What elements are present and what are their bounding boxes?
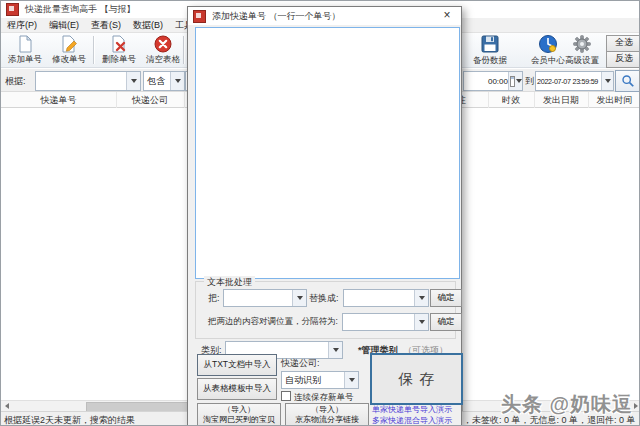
date-to-word: 到	[525, 75, 534, 88]
column-duration[interactable]: 时效	[488, 92, 535, 108]
search-button[interactable]	[615, 70, 640, 92]
swap-ok-button[interactable]: 确定	[430, 313, 462, 331]
chevron-down-icon	[419, 320, 425, 324]
import-jd-line1: （导入）	[311, 405, 343, 415]
combo-button	[414, 314, 428, 330]
chevron-down-icon	[131, 79, 137, 83]
search-icon	[621, 74, 635, 88]
watermark: 头条 @奶味逗	[501, 391, 633, 418]
add-number-button[interactable]: 添加单号	[3, 34, 47, 67]
close-icon[interactable]: ×	[433, 7, 461, 25]
menu-view[interactable]: 查看(S)	[85, 18, 127, 33]
filter-contains-combo[interactable]: 包含	[143, 71, 185, 91]
keep-saving-label: 连续保存新单号	[294, 392, 354, 402]
tracking-numbers-textarea[interactable]	[195, 27, 460, 279]
chevron-down-icon	[333, 348, 339, 352]
replace-with-label: 替换成:	[309, 292, 339, 305]
modify-number-label: 修改单号	[52, 54, 86, 66]
date-to-picker[interactable]: 2022-07-07 23:59:59	[535, 71, 614, 91]
app-icon	[6, 3, 19, 16]
date-from-value: 00:00	[464, 77, 508, 86]
date-from-picker[interactable]: 00:00	[463, 71, 523, 91]
add-numbers-dialog: 添加快递单号 （一行一个单号） × 文本批处理 把: 替换成: 确定 把两边的内…	[187, 6, 462, 426]
select-all-button[interactable]: 全选	[606, 35, 640, 52]
chevron-down-icon	[297, 296, 303, 300]
menu-edit[interactable]: 编辑(E)	[43, 18, 85, 33]
app-window: 快递批量查询高手 【与报】 程序(P) 编辑(E) 查看(S) 数据(B) 工具…	[0, 0, 640, 426]
add-number-label: 添加单号	[8, 54, 42, 66]
dialog-icon	[193, 10, 206, 23]
combo-button	[601, 72, 613, 90]
import-from-template-button[interactable]: 从表格模板中导入	[197, 378, 277, 400]
advanced-settings-label: 高级设置	[565, 55, 599, 67]
combo-button	[414, 290, 428, 306]
backup-data-label: 备份数据	[473, 55, 507, 67]
replace-target-combo[interactable]	[343, 289, 429, 307]
import-taobao-line1: （导入）	[223, 405, 255, 415]
column-tracking-number[interactable]: 快递单号	[1, 92, 117, 108]
dialog-title: 添加快递单号 （一行一个单号）	[212, 10, 341, 23]
multi-courier-demo-link[interactable]: 多家快递混合导入演示	[372, 415, 452, 426]
member-center-icon	[538, 34, 558, 54]
replace-ok-button[interactable]: 确定	[430, 289, 462, 307]
courier-value: 自动识别	[282, 374, 344, 387]
filter-contains-value: 包含	[144, 75, 170, 88]
chevron-down-icon	[516, 79, 522, 83]
gear-icon	[572, 34, 592, 54]
chevron-down-icon	[419, 296, 425, 300]
scroll-left-button[interactable]	[1, 401, 12, 411]
checkbox-icon	[281, 391, 291, 401]
calendar-icon	[510, 76, 515, 87]
separator-combo[interactable]	[342, 313, 429, 331]
combo-button	[126, 72, 140, 90]
delete-doc-icon	[110, 35, 128, 53]
column-ship-date[interactable]: 发出日期	[534, 92, 589, 108]
clear-red-x-icon	[154, 35, 172, 53]
replace-source-combo[interactable]	[223, 289, 307, 307]
combo-button	[170, 72, 184, 90]
arrow-left-icon	[5, 403, 9, 409]
combo-button	[292, 290, 306, 306]
import-taobao-line2: 淘宝网已买到的宝贝	[203, 415, 275, 425]
menu-program[interactable]: 程序(P)	[1, 18, 43, 33]
import-jd-button[interactable]: （导入） 京东物流分享链接	[285, 403, 369, 426]
status-left-text: 根据延误2天未更新，搜索的结果	[4, 414, 135, 426]
text-batch-group: 文本批处理 把: 替换成: 确定 把两边的内容对调位置，分隔符为: 确定	[195, 281, 456, 339]
single-courier-demo-link[interactable]: 单家快递单号导入演示	[372, 404, 452, 415]
chevron-down-icon	[349, 378, 355, 382]
clear-table-button[interactable]: 清空表格	[141, 34, 185, 67]
swap-label: 把两边的内容对调位置，分隔符为:	[208, 316, 338, 328]
filter-field-combo[interactable]	[35, 71, 141, 91]
import-taobao-button[interactable]: （导入） 淘宝网已买到的宝贝	[197, 403, 281, 426]
demo-links: 单家快递单号导入演示 多家快递混合导入演示	[372, 404, 452, 426]
put-label: 把:	[208, 292, 220, 305]
courier-company-label: 快递公司:	[281, 357, 320, 370]
advanced-settings-button[interactable]: 高级设置	[559, 34, 605, 67]
backup-data-button[interactable]: 备份数据	[466, 34, 514, 67]
combo-button	[344, 372, 358, 388]
toolbar-separator	[93, 36, 95, 64]
delete-number-label: 删除单号	[102, 54, 136, 66]
chevron-down-icon	[605, 79, 611, 83]
text-batch-title: 文本批处理	[204, 276, 255, 289]
import-jd-line2: 京东物流分享链接	[295, 415, 359, 425]
courier-combo[interactable]: 自动识别	[281, 371, 359, 389]
edit-pencil-icon	[60, 35, 78, 53]
chevron-down-icon	[175, 79, 181, 83]
clear-table-label: 清空表格	[146, 54, 180, 66]
column-courier[interactable]: 快递公司	[116, 92, 185, 108]
delete-number-button[interactable]: 删除单号	[97, 34, 141, 67]
window-title: 快递批量查询高手 【与报】	[25, 3, 136, 16]
invert-select-button[interactable]: 反选	[606, 51, 640, 68]
filter-by-label: 根据:	[5, 75, 26, 88]
menu-data[interactable]: 数据(B)	[127, 18, 169, 33]
save-button[interactable]: 保存	[370, 353, 463, 405]
dialog-titlebar: 添加快递单号 （一行一个单号）	[188, 7, 461, 25]
date-to-value: 2022-07-07 23:59:59	[536, 77, 601, 86]
column-ship-time[interactable]: 发出时间	[588, 92, 640, 108]
combo-button	[508, 72, 522, 90]
floppy-disk-icon	[480, 34, 500, 54]
modify-number-button[interactable]: 修改单号	[47, 34, 91, 67]
import-from-txt-button[interactable]: 从TXT文档中导入	[197, 354, 277, 376]
arrow-right-icon	[634, 403, 638, 409]
